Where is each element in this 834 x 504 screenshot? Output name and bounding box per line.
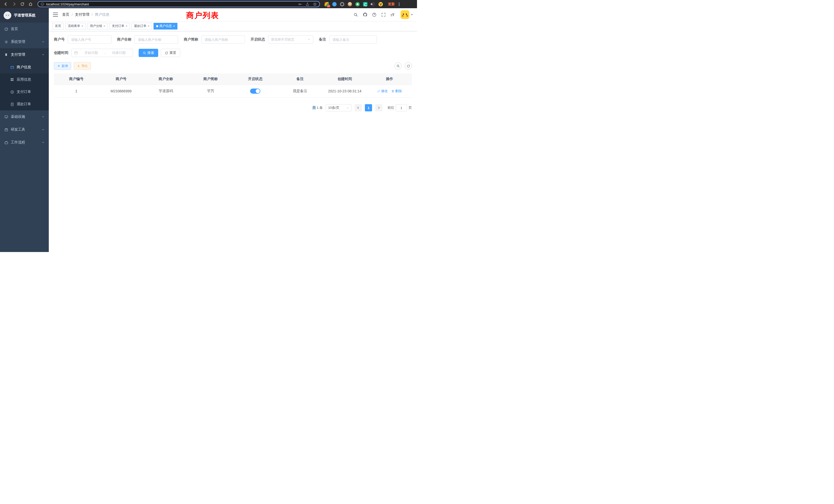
- refresh-table-button[interactable]: [405, 62, 412, 70]
- sidebar-item-payment[interactable]: ¥ 支付管理: [0, 48, 49, 61]
- add-button[interactable]: 新增: [54, 62, 71, 70]
- tab-refund-order[interactable]: 退款订单 ×: [131, 23, 152, 29]
- sidebar-item-label: 系统管理: [11, 40, 25, 44]
- site-info-icon[interactable]: [41, 2, 44, 6]
- extension-blue-icon[interactable]: [332, 2, 337, 6]
- sidebar-item-app-info[interactable]: 应用信息: [0, 73, 49, 86]
- col-header: 商户号: [98, 73, 143, 85]
- app-logo[interactable]: 芋道管理系统: [0, 8, 49, 23]
- tab-pay-order[interactable]: 支付订单 ×: [109, 23, 130, 29]
- goto-page-input[interactable]: [396, 104, 407, 111]
- help-icon[interactable]: [372, 12, 377, 17]
- bookmark-star-icon[interactable]: [313, 2, 317, 6]
- search-icon[interactable]: [354, 12, 358, 17]
- short-name-input[interactable]: [201, 36, 245, 44]
- sidebar-item-label: 研发工具: [11, 127, 25, 132]
- tab-process-form[interactable]: 流程表单 ×: [65, 23, 86, 29]
- start-date-placeholder: 开始日期: [80, 50, 103, 55]
- next-page-button[interactable]: [375, 104, 382, 111]
- sidebar-item-dev-tools[interactable]: 研发工具: [0, 123, 49, 136]
- page-size-select[interactable]: 10条/页: [326, 104, 352, 111]
- share-icon[interactable]: [306, 2, 309, 6]
- goto-suffix: 页: [409, 106, 412, 110]
- sidebar-toggle-icon[interactable]: [53, 13, 58, 17]
- close-icon[interactable]: ×: [173, 25, 175, 28]
- full-name-input[interactable]: [135, 36, 178, 44]
- sidebar-item-infrastructure[interactable]: 基础设施: [0, 110, 49, 123]
- chevron-left-icon: [357, 106, 360, 109]
- user-menu[interactable]: [400, 10, 413, 19]
- sidebar-item-pay-order[interactable]: 支付订单: [0, 86, 49, 98]
- extension-pinwheel-icon[interactable]: [371, 2, 375, 6]
- browser-update-button[interactable]: 更新: [388, 2, 395, 6]
- sidebar-item-workflow[interactable]: 工作流程: [0, 136, 49, 149]
- merchant-no-input[interactable]: [68, 36, 111, 44]
- cell-full-name: 芋道源码: [144, 85, 188, 97]
- status-select[interactable]: 请选择开启状态: [268, 36, 313, 44]
- browser-menu-icon[interactable]: [399, 3, 399, 6]
- fullscreen-icon[interactable]: [381, 12, 386, 17]
- sidebar-item-system[interactable]: 系统管理: [0, 36, 49, 48]
- page-annotation: 商户列表: [186, 10, 219, 21]
- close-icon[interactable]: ×: [148, 25, 150, 28]
- user-avatar[interactable]: [400, 10, 409, 19]
- tools-icon: [4, 128, 8, 132]
- export-button-label: 导出: [81, 64, 88, 68]
- payment-submenu: 商户信息 应用信息 支付订单 退款订单: [0, 61, 49, 110]
- extension-ring-icon[interactable]: [340, 2, 344, 6]
- prev-page-button[interactable]: [355, 104, 362, 111]
- browser-toolbar: localhost:1024/pay/merchant 10 更新: [0, 0, 417, 8]
- page-content: 商户号 商户全称 商户简称 开启状态 请选择开启状态: [49, 31, 417, 252]
- extension-strip: 10: [325, 2, 383, 6]
- sidebar-item-merchant-info[interactable]: 商户信息: [0, 61, 49, 73]
- top-navbar: 首页 / 支付管理 / 商户信息 商户列表: [49, 8, 417, 21]
- breadcrumb-home[interactable]: 首页: [62, 12, 69, 17]
- col-header: 操作: [367, 73, 412, 85]
- sidebar-item-home[interactable]: 首页: [0, 23, 49, 36]
- tab-merchant-info[interactable]: 商户信息 ×: [154, 23, 177, 29]
- back-icon[interactable]: [3, 1, 9, 7]
- caret-down-icon: [411, 14, 413, 16]
- breadcrumb-payment[interactable]: 支付管理: [75, 12, 89, 17]
- search-button[interactable]: 搜索: [139, 49, 158, 57]
- download-icon: [77, 64, 80, 68]
- toggle-search-button[interactable]: [394, 62, 401, 70]
- extension-green-icon[interactable]: [355, 2, 360, 6]
- reset-button[interactable]: 重置: [161, 49, 180, 57]
- export-button[interactable]: 导出: [74, 62, 91, 70]
- tab-home[interactable]: 首页: [52, 23, 64, 29]
- tab-label: 用户分组: [90, 24, 102, 28]
- close-icon[interactable]: ×: [126, 25, 127, 28]
- extension-green-square-icon[interactable]: [363, 2, 368, 6]
- tab-label: 支付订单: [112, 24, 124, 28]
- close-icon[interactable]: ×: [81, 25, 83, 28]
- sidebar-item-refund-order[interactable]: 退款订单: [0, 98, 49, 110]
- infrastructure-icon: [4, 115, 8, 119]
- address-bar[interactable]: localhost:1024/pay/merchant: [38, 1, 320, 7]
- tab-user-group[interactable]: 用户分组 ×: [87, 23, 108, 29]
- remark-label: 备注: [319, 37, 326, 42]
- extension-colorful-icon[interactable]: 10: [325, 2, 329, 6]
- profile-avatar-icon[interactable]: [348, 2, 352, 6]
- remark-input[interactable]: [329, 36, 377, 44]
- home-icon[interactable]: [27, 1, 34, 7]
- page-1-button[interactable]: 1: [365, 104, 372, 111]
- extension-smiley-icon[interactable]: [378, 2, 383, 6]
- forward-icon[interactable]: [11, 1, 18, 7]
- chevron-down-icon: [42, 40, 45, 43]
- status-toggle[interactable]: [250, 89, 260, 94]
- breadcrumb-separator: /: [92, 13, 93, 17]
- create-time-range-picker[interactable]: 开始日期 - 结束日期: [71, 49, 133, 57]
- key-icon[interactable]: [298, 2, 302, 6]
- logo-avatar-image: [4, 12, 11, 19]
- status-label: 开启状态: [250, 37, 265, 42]
- delete-link[interactable]: 删除: [391, 89, 402, 93]
- font-size-icon[interactable]: TT: [391, 13, 394, 17]
- close-icon[interactable]: ×: [104, 25, 105, 28]
- github-icon[interactable]: [363, 12, 368, 17]
- merchant-table: 商户编号 商户号 商户全称 商户简称 开启状态 备注 创建时间 操作 1 M23…: [54, 73, 412, 97]
- edit-link[interactable]: 修改: [377, 89, 388, 93]
- goto-label: 前往: [388, 106, 394, 110]
- col-header: 开启状态: [233, 73, 278, 85]
- reload-icon[interactable]: [19, 1, 26, 7]
